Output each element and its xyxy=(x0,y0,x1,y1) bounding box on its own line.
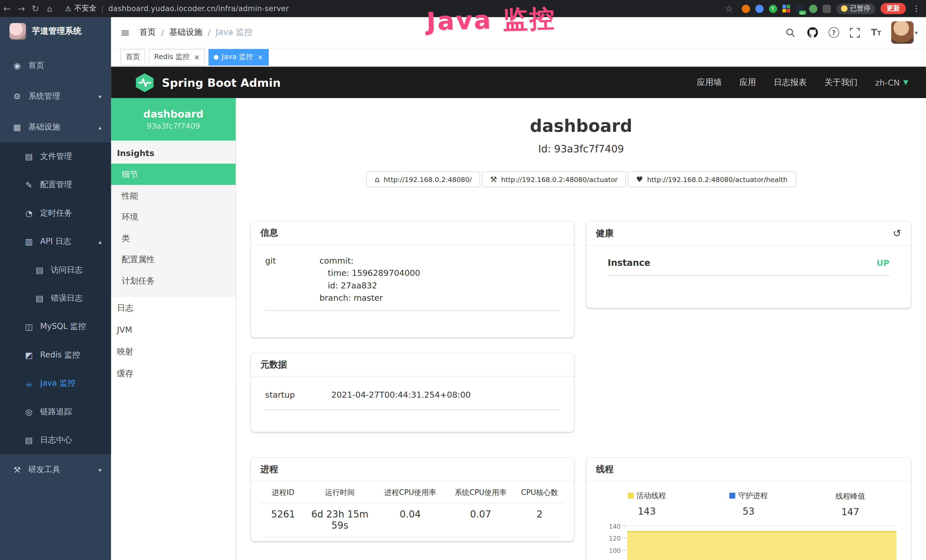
sba-nav-applications[interactable]: 应用 xyxy=(740,77,756,88)
java-icon: ☕ xyxy=(24,378,34,388)
infrastructure-icon: ▦ xyxy=(12,123,22,132)
warning-icon: ⚠ xyxy=(65,5,71,13)
sidebar-item-config-mgmt[interactable]: ✎ 配置管理 xyxy=(0,171,111,199)
sba-item-logs[interactable]: 日志 xyxy=(111,297,236,319)
health-card: 健康 ↺ Instance UP xyxy=(586,222,911,308)
close-icon[interactable]: × xyxy=(194,53,200,61)
sidebar-item-system-mgmt[interactable]: ⚙ 系统管理 ▾ xyxy=(0,81,111,112)
sidebar-item-home[interactable]: ◉ 首页 xyxy=(0,50,111,81)
sidebar-item-access-log[interactable]: ▤ 访问日志 xyxy=(0,256,111,284)
sidebar-item-file-mgmt[interactable]: ▤ 文件管理 xyxy=(0,142,111,171)
site-security-chip[interactable]: ⚠ 不安全 xyxy=(65,3,96,14)
active-dot xyxy=(214,55,219,60)
sba-item-classes[interactable]: 类 xyxy=(111,227,236,249)
sba-nav-wallboard[interactable]: 应用墙 xyxy=(697,77,722,88)
url-bar[interactable]: dashboard.yudao.iocoder.cn/infra/admin-s… xyxy=(108,4,289,13)
user-menu[interactable]: ▾ xyxy=(891,21,918,44)
breadcrumb-home[interactable]: 首页 xyxy=(139,27,156,38)
metadata-row-startup: startup 2021-04-27T00:44:31.254+08:00 xyxy=(265,386,560,410)
update-button[interactable]: 更新 xyxy=(881,3,906,14)
browser-back-icon[interactable]: ← xyxy=(0,3,14,14)
process-card-title: 进程 xyxy=(260,464,278,475)
sidebar-item-log-center[interactable]: ▤ 日志中心 xyxy=(0,426,111,454)
bookmark-star-icon[interactable]: ☆ xyxy=(722,3,736,14)
sba-item-config-props[interactable]: 配置属性 xyxy=(111,249,236,270)
hamburger-icon[interactable]: ≡ xyxy=(120,26,130,39)
sidebar-item-api-log[interactable]: ▥ API 日志 ▴ xyxy=(0,227,111,256)
sba-item-caches[interactable]: 缓存 xyxy=(111,363,236,384)
app-title: 芋道管理系统 xyxy=(32,26,82,36)
tab-home[interactable]: 首页 xyxy=(120,49,145,65)
sidebar-item-scheduled-jobs[interactable]: ◔ 定时任务 xyxy=(0,199,111,227)
browser-forward-icon[interactable]: → xyxy=(14,3,29,14)
extension-fox-icon[interactable] xyxy=(741,5,750,13)
app-menu: ◉ 首页 ⚙ 系统管理 ▾ ▦ 基础设施 ▴ ▤ 文件管理 ✎ 配置管理 xyxy=(0,45,111,485)
font-size-icon[interactable]: TT xyxy=(871,27,881,38)
history-icon[interactable]: ↺ xyxy=(893,227,902,239)
tab-java-monitor[interactable]: Java 监控 × xyxy=(209,49,269,65)
system-cpu-value: 0.07 xyxy=(446,503,515,537)
help-icon[interactable]: ? xyxy=(828,27,839,38)
sba-brand-title[interactable]: Spring Boot Admin xyxy=(162,76,281,89)
tab-redis-monitor[interactable]: Redis 监控 × xyxy=(149,49,205,65)
extension-puzzle-icon[interactable] xyxy=(823,5,831,13)
yellow-swatch-icon xyxy=(628,493,634,499)
header-actions: ? TT ▾ xyxy=(785,21,926,44)
instance-name: dashboard xyxy=(143,108,203,120)
extension-grid-icon[interactable] xyxy=(782,5,790,12)
trace-icon: ◎ xyxy=(24,407,34,416)
uptime-value: 6d 23h 15m 59s xyxy=(306,503,374,537)
fullscreen-icon[interactable] xyxy=(849,27,861,38)
browser-reload-icon[interactable]: ↻ xyxy=(28,3,42,14)
extension-leaf-icon[interactable] xyxy=(809,5,817,13)
sba-nav-about[interactable]: 关于我们 xyxy=(825,77,858,88)
sidebar-item-infrastructure[interactable]: ▦ 基础设施 ▴ xyxy=(0,112,111,142)
extension-on-icon[interactable]: on xyxy=(795,5,803,13)
browser-home-icon[interactable]: ⌂ xyxy=(42,4,57,13)
github-icon[interactable] xyxy=(807,27,819,38)
file-icon: ▤ xyxy=(24,152,34,161)
info-value: commit: time: 1596289704000 id: 27aa832 … xyxy=(319,255,560,304)
sidebar-item-mysql-monitor[interactable]: ◫ MySQL 监控 xyxy=(0,312,111,341)
health-instance-row[interactable]: Instance UP xyxy=(608,257,890,276)
sba-item-mappings[interactable]: 映射 xyxy=(111,341,236,363)
extension-drop-icon[interactable] xyxy=(755,5,763,13)
sba-navbar: Spring Boot Admin 应用墙 应用 日志报表 关于我们 zh-CN… xyxy=(111,67,926,98)
extension-green-icon[interactable]: Y xyxy=(769,5,777,13)
sba-item-scheduled-tasks[interactable]: 计划任务 xyxy=(111,270,236,291)
legend-daemon-threads: 守护进程 53 xyxy=(698,490,799,518)
sidebar-item-dev-tools[interactable]: ⚒ 研发工具 ▾ xyxy=(0,454,111,485)
metadata-key: startup xyxy=(265,389,331,401)
breadcrumb: 首页 / 基础设施 / Java 监控 xyxy=(139,27,253,38)
sidebar-item-redis-monitor[interactable]: ◩ Redis 监控 xyxy=(0,341,111,369)
home-icon: ⌂ xyxy=(375,175,380,184)
legend-live-threads: 活动线程 143 xyxy=(596,490,698,518)
browser-menu-icon[interactable]: ⋮ xyxy=(912,4,920,13)
on-badge: on xyxy=(799,10,806,14)
close-icon[interactable]: × xyxy=(257,53,263,61)
url-separator: | xyxy=(101,4,104,13)
instance-header[interactable]: dashboard 93a3fc7f7409 xyxy=(111,98,236,141)
sba-item-environment[interactable]: 环境 xyxy=(111,206,236,228)
chevron-down-icon: ▼ xyxy=(903,79,908,86)
app-logo[interactable]: 芋道管理系统 xyxy=(0,17,111,45)
sidebar-item-error-log[interactable]: ▤ 错误日志 xyxy=(0,284,111,312)
breadcrumb-infrastructure[interactable]: 基础设施 xyxy=(169,27,203,38)
sba-item-jvm[interactable]: JVM xyxy=(111,319,236,341)
locale-select[interactable]: zh-CN ▼ xyxy=(875,77,908,87)
redis-icon: ◩ xyxy=(24,350,34,360)
search-icon[interactable] xyxy=(785,27,796,38)
document-icon: ▤ xyxy=(34,265,45,275)
sba-item-details[interactable]: 细节 xyxy=(111,164,236,185)
sidebar-item-java-monitor[interactable]: ☕ Java 监控 xyxy=(0,369,111,397)
health-url-button[interactable]: ♥ http://192.168.0.2:48080/actuator/heal… xyxy=(628,171,796,188)
sba-item-metrics[interactable]: 性能 xyxy=(111,185,236,206)
process-table-headers: 进程ID 运行时间 进程CPU使用率 系统CPU使用率 CPU核心数 xyxy=(260,483,564,503)
process-id-value: 5261 xyxy=(260,503,306,537)
sba-nav-journal[interactable]: 日志报表 xyxy=(774,77,807,88)
actuator-url-button[interactable]: ⚒ http://192.168.0.2:48080/actuator xyxy=(482,171,626,188)
sidebar-item-tracing[interactable]: ◎ 链路追踪 xyxy=(0,398,111,426)
emoji-face-icon xyxy=(841,5,847,12)
paused-badge[interactable]: 已暂停 xyxy=(836,3,875,14)
service-url-button[interactable]: ⌂ http://192.168.0.2:48080/ xyxy=(366,171,480,188)
